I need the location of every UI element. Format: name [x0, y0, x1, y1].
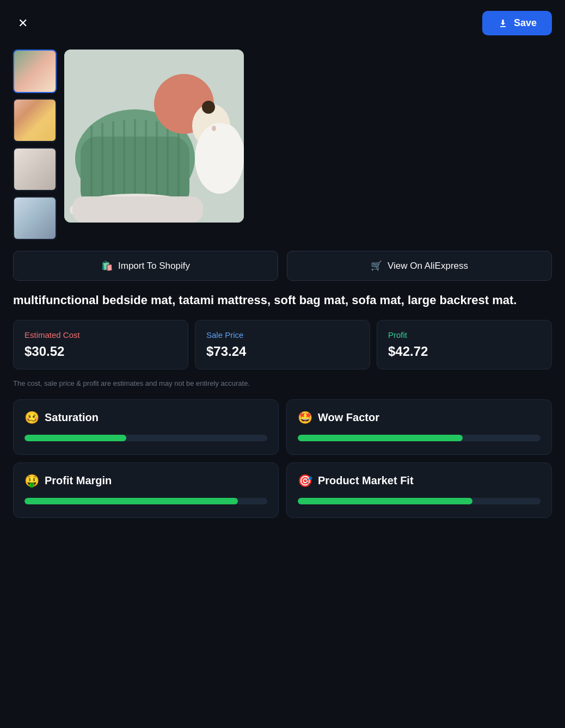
- svg-point-16: [202, 101, 215, 114]
- shopify-icon: 🛍️: [101, 260, 113, 272]
- product-market-fit-card: 🎯 Product Market Fit: [286, 462, 552, 518]
- thumbnail-image-4: [14, 198, 56, 239]
- save-button[interactable]: Save: [482, 11, 552, 35]
- saturation-emoji: 🥴: [24, 411, 39, 425]
- saturation-card: 🥴 Saturation: [13, 399, 279, 455]
- product-illustration: [64, 50, 244, 223]
- saturation-progress-track: [24, 435, 267, 441]
- close-button[interactable]: ✕: [13, 14, 33, 33]
- estimated-cost-card: Estimated Cost $30.52: [13, 320, 188, 369]
- profit-label: Profit: [388, 330, 541, 340]
- profit-card: Profit $42.72: [377, 320, 552, 369]
- save-icon: [498, 18, 508, 29]
- view-on-aliexpress-button[interactable]: 🛒 View On AliExpress: [287, 251, 552, 281]
- thumbnail-4[interactable]: [13, 196, 57, 240]
- saturation-progress-fill: [24, 435, 126, 441]
- import-to-shopify-button[interactable]: 🛍️ Import To Shopify: [13, 251, 278, 281]
- close-icon: ✕: [18, 16, 28, 30]
- thumbnail-3[interactable]: [13, 147, 57, 191]
- svg-rect-14: [72, 196, 203, 223]
- profit-margin-card: 🤑 Profit Margin: [13, 462, 279, 518]
- saturation-label: Saturation: [45, 411, 99, 424]
- wow-factor-progress-fill: [298, 435, 463, 441]
- sale-price-card: Sale Price $73.24: [195, 320, 370, 369]
- profit-value: $42.72: [388, 344, 541, 359]
- thumbnail-image-2: [14, 100, 56, 141]
- wow-factor-title: 🤩 Wow Factor: [298, 411, 541, 425]
- profit-margin-progress-fill: [24, 498, 238, 504]
- thumbnail-image-1: [14, 51, 56, 92]
- profit-margin-emoji: 🤑: [24, 474, 39, 488]
- save-label: Save: [514, 17, 537, 29]
- wow-factor-progress-track: [298, 435, 541, 441]
- main-product-image: [64, 50, 244, 223]
- pricing-disclaimer: The cost, sale price & profit are estima…: [0, 375, 565, 394]
- product-market-fit-label: Product Market Fit: [318, 474, 414, 487]
- import-button-label: Import To Shopify: [118, 261, 190, 272]
- profit-margin-title: 🤑 Profit Margin: [24, 474, 267, 488]
- thumbnail-image-3: [14, 149, 56, 190]
- thumbnail-1[interactable]: [13, 50, 57, 93]
- profit-margin-progress-track: [24, 498, 267, 504]
- header: ✕ Save: [0, 0, 565, 41]
- gallery-section: [0, 41, 565, 249]
- saturation-title: 🥴 Saturation: [24, 411, 267, 425]
- thumbnail-2[interactable]: [13, 98, 57, 142]
- wow-factor-label: Wow Factor: [318, 411, 379, 424]
- sale-price-label: Sale Price: [206, 330, 359, 340]
- action-buttons: 🛍️ Import To Shopify 🛒 View On AliExpres…: [0, 251, 565, 281]
- view-button-label: View On AliExpress: [388, 261, 468, 272]
- product-market-fit-emoji: 🎯: [298, 474, 312, 488]
- svg-point-19: [212, 126, 216, 131]
- product-title: multifunctional bedside mat, tatami matt…: [0, 281, 565, 314]
- aliexpress-icon: 🛒: [371, 260, 382, 272]
- thumbnail-list: [13, 50, 57, 240]
- product-market-fit-progress-fill: [298, 498, 472, 504]
- estimated-cost-value: $30.52: [24, 344, 177, 359]
- product-market-fit-title: 🎯 Product Market Fit: [298, 474, 541, 488]
- product-market-fit-progress-track: [298, 498, 541, 504]
- profit-margin-label: Profit Margin: [45, 474, 112, 487]
- sale-price-value: $73.24: [206, 344, 359, 359]
- wow-factor-card: 🤩 Wow Factor: [286, 399, 552, 455]
- wow-factor-emoji: 🤩: [298, 411, 312, 425]
- price-cards: Estimated Cost $30.52 Sale Price $73.24 …: [0, 314, 565, 375]
- metrics-grid: 🥴 Saturation 🤩 Wow Factor 🤑 Profit Margi…: [0, 394, 565, 534]
- estimated-cost-label: Estimated Cost: [24, 330, 177, 340]
